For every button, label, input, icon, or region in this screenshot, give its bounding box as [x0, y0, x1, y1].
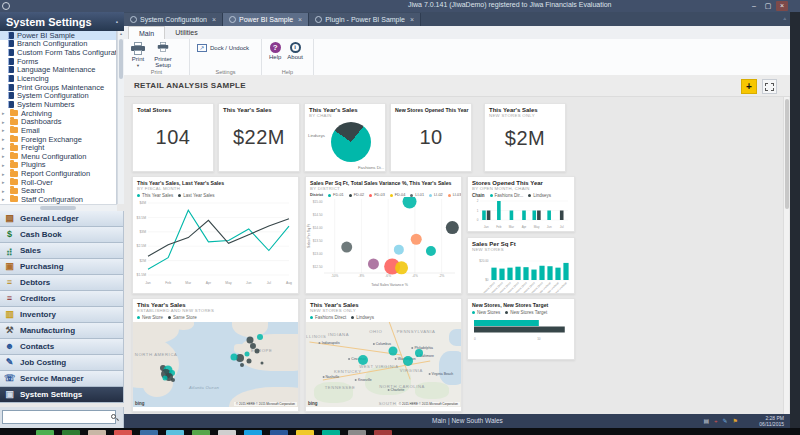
tree-folder-archiving[interactable]: ▸Archiving — [0, 109, 116, 118]
tree-folder-roll-over[interactable]: ▸Roll-Over — [0, 178, 116, 187]
expand-arrow-icon[interactable]: ▸ — [2, 145, 7, 151]
map-canvas[interactable]: ILLINOISINDIANAOHIOPENNSYLVANIAWEST VIRG… — [306, 322, 461, 407]
taskbar-icon[interactable] — [192, 430, 210, 435]
close-tab-icon[interactable]: × — [298, 16, 302, 23]
add-tray-icon[interactable]: + — [714, 417, 718, 425]
horizontal-bar-chart[interactable]: 010 — [472, 315, 572, 347]
tile-new-stores-target[interactable]: New Stores, New Stores TargetNew StoresN… — [467, 298, 575, 360]
scroll-thumb[interactable] — [785, 99, 789, 209]
tile-ty-sales-new[interactable]: This Year's SalesNEW STORES ONLY$2M — [484, 103, 566, 172]
expand-arrow-icon[interactable]: ▸ — [2, 136, 7, 142]
sidebar-section-creditors[interactable]: ≡Creditors — [0, 291, 123, 307]
sidebar-section-inventory[interactable]: ▥Inventory — [0, 307, 123, 323]
sidebar-section-manufacturing[interactable]: ⚒Manufacturing — [0, 323, 123, 339]
tree-folder-staff-configuration[interactable]: ▸Staff Configuration — [0, 195, 116, 204]
tab-overflow-icon[interactable]: ▵ — [783, 15, 786, 21]
sidebar-section-sales[interactable]: ⣴Sales — [0, 243, 123, 259]
sidebar-section-job-costing[interactable]: ✎Job Costing — [0, 355, 123, 371]
dashboard-scrollbar[interactable] — [783, 97, 789, 414]
tile-new-stores-opened[interactable]: New Stores Opened This Year10 — [390, 103, 472, 172]
document-tab-power-bi-sample[interactable]: Power BI Sample× — [223, 13, 309, 26]
tile-sales-per-sqft[interactable]: Sales Per Sq FtNEW STORES$20.00$0Cincinn… — [467, 237, 575, 294]
pie-chart[interactable]: LindseysFashions Di... — [305, 118, 385, 170]
windows-taskbar[interactable] — [0, 428, 800, 435]
taskbar-icon[interactable] — [62, 430, 80, 435]
taskbar-icon[interactable] — [244, 430, 262, 435]
tree-folder-freight[interactable]: ▸Freight — [0, 143, 116, 152]
tile-stores-opened[interactable]: Stores Opened This YearBY OPEN MONTH, CH… — [467, 176, 575, 232]
close-button[interactable]: × — [776, 1, 788, 11]
document-tab-system-configuration[interactable]: System Configuration× — [124, 13, 223, 26]
tree-item-branch-configuration[interactable]: Branch Configuration — [0, 40, 116, 49]
sidebar-section-service-manager[interactable]: ☏Service Manager — [0, 371, 123, 387]
document-tab-plugin-power-bi-sample[interactable]: Plugin - Power BI Sample× — [309, 13, 421, 26]
sidebar-section-system-settings[interactable]: ▣System Settings — [0, 387, 123, 403]
taskbar-icon[interactable] — [36, 430, 54, 435]
tree-item-custom-form-tabs-configuration[interactable]: Custom Form Tabs Configuration — [0, 48, 116, 57]
close-tab-icon[interactable]: × — [410, 16, 414, 23]
sidebar-section-debtors[interactable]: ≡Debtors — [0, 275, 123, 291]
tile-total-stores[interactable]: Total Stores104 — [132, 103, 214, 172]
expand-arrow-icon[interactable]: ▸ — [2, 119, 7, 125]
tree-folder-report-configuration[interactable]: ▸Report Configuration — [0, 169, 116, 178]
document-tray-icon[interactable]: ▤ — [703, 417, 709, 425]
expand-arrow-icon[interactable]: ▸ — [2, 162, 7, 168]
tree-item-licencing[interactable]: Licencing — [0, 74, 116, 83]
tree-folder-dashboards[interactable]: ▸Dashboards — [0, 117, 116, 126]
search-input[interactable] — [2, 410, 116, 424]
search-icon[interactable] — [111, 414, 116, 419]
taskbar-icon[interactable] — [218, 430, 236, 435]
scatter-chart[interactable]: -10%-8%-6%-4%-2%$12.50$13.00$13.50$14.00… — [306, 197, 461, 287]
tree-folder-menu-configuration[interactable]: ▸Menu Configuration — [0, 152, 116, 161]
tile-sales-variance[interactable]: Sales Per Sq Ft, Total Sales Variance %,… — [305, 176, 462, 294]
ribbon-tab-main[interactable]: Main — [128, 26, 165, 39]
expand-arrow-icon[interactable]: ▸ — [2, 127, 7, 133]
printer-setup-button[interactable]: Printer Setup — [148, 41, 178, 69]
tile-sales-by-chain[interactable]: This Year's SalesBY CHAINLindseysFashion… — [304, 103, 386, 172]
ribbon-tab-utilities[interactable]: Utilities — [165, 26, 208, 39]
tile-sales-by-month[interactable]: This Year's Sales, Last Year's SalesBY F… — [132, 176, 299, 294]
tree-item-system-numbers[interactable]: System Numbers — [0, 100, 116, 109]
tree-vertical-scrollbar[interactable]: ▴ — [117, 31, 124, 204]
taskbar-icon[interactable] — [166, 430, 184, 435]
taskbar-icon[interactable] — [348, 430, 366, 435]
tree-item-language-maintenance[interactable]: Language Maintenance — [0, 66, 116, 75]
taskbar-icon[interactable] — [296, 430, 314, 435]
close-tab-icon[interactable]: × — [212, 16, 216, 23]
print-button[interactable]: Print ▼ — [128, 41, 148, 69]
sidebar-section-general-ledger[interactable]: ▤General Ledger — [0, 211, 123, 227]
sidebar-section-cash-book[interactable]: $Cash Book — [0, 227, 123, 243]
help-button[interactable]: ? Help — [266, 41, 284, 61]
tile-ty-sales[interactable]: This Year's Sales$22M — [218, 103, 300, 172]
taskbar-icon[interactable] — [140, 430, 158, 435]
expand-arrow-icon[interactable]: ▸ — [2, 110, 7, 116]
maximize-button[interactable]: ▢ — [762, 1, 774, 11]
map-canvas[interactable]: NORTH AMERICAEUROPEAtlantic Oceanbing© 2… — [133, 322, 298, 407]
tree-folder-foreign-exchange[interactable]: ▸Foreign Exchange — [0, 135, 116, 144]
line-chart[interactable]: $4M$3.5M$3M$2.5M$2M$1.5MJanFebMarAprMayJ… — [133, 198, 298, 286]
taskbar-icon[interactable] — [270, 430, 288, 435]
scroll-thumb[interactable] — [119, 39, 123, 79]
bar-chart[interactable]: $20.00$0Cincinnati 2 Fashions DirectColu… — [472, 254, 572, 294]
edit-tray-icon[interactable]: ✎ — [723, 417, 728, 425]
tree-item-forms[interactable]: Forms — [0, 57, 116, 66]
grouped-bar-chart[interactable]: 012JanFebMarAprMayJunJul — [472, 198, 572, 229]
tree-folder-email[interactable]: ▸Email — [0, 126, 116, 135]
about-button[interactable]: i About — [284, 41, 306, 61]
expand-arrow-icon[interactable]: ▸ — [2, 196, 7, 202]
tree-folder-search[interactable]: ▸Search — [0, 187, 116, 196]
tree-item-system-configuration[interactable]: System Configuration — [0, 91, 116, 100]
tree-item-print-groups-maintenance[interactable]: Print Groups Maintenance — [0, 83, 116, 92]
flag-tray-icon[interactable]: ⚑ — [733, 417, 738, 425]
expand-arrow-icon[interactable]: ▸ — [2, 179, 7, 185]
taskbar-icon[interactable] — [114, 430, 132, 435]
expand-arrow-icon[interactable]: ▸ — [2, 188, 7, 194]
move-icon[interactable]: + — [741, 79, 757, 94]
taskbar-icon[interactable] — [322, 430, 340, 435]
tile-map-established-new[interactable]: This Year's SalesESTABLISHED AND NEW STO… — [132, 298, 299, 412]
expand-arrow-icon[interactable]: ▸ — [2, 153, 7, 159]
fit-to-screen-icon[interactable] — [762, 79, 777, 94]
dock-undock-button[interactable]: ↗ Dock / Undock — [194, 41, 252, 53]
minimize-button[interactable]: – — [748, 1, 760, 11]
tree-item-power-bi-sample[interactable]: Power BI Sample — [0, 31, 116, 40]
